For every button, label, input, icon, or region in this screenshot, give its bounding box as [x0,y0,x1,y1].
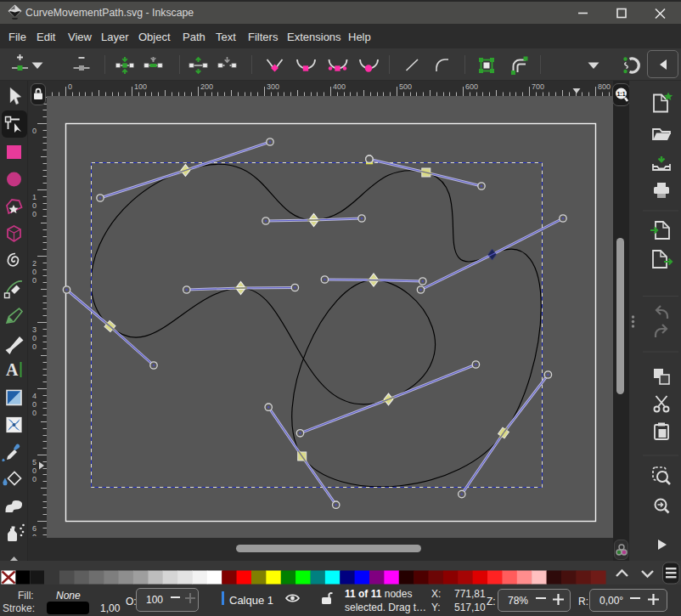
svg-text:3: 3 [32,325,37,334]
svg-text:800: 800 [598,82,611,91]
svg-text:0: 0 [32,268,37,276]
svg-text:1: 1 [32,193,37,201]
svg-text:500: 500 [399,82,412,91]
svg-text:700: 700 [532,82,544,91]
svg-text:0: 0 [68,82,72,91]
svg-text:0: 0 [32,400,37,409]
svg-text:0: 0 [32,334,37,342]
svg-text:100: 100 [134,82,147,91]
svg-text:600: 600 [465,82,478,91]
svg-text:400: 400 [333,82,346,91]
svg-text:0: 0 [32,210,37,218]
svg-text:6: 6 [32,524,37,533]
svg-text:1:1: 1:1 [616,91,625,97]
svg-text:0: 0 [32,342,37,351]
svg-text:0: 0 [32,409,37,417]
svg-text:0: 0 [32,475,37,483]
svg-text:A: A [6,360,19,379]
svg-text:0: 0 [32,276,37,285]
svg-text:300: 300 [267,82,279,91]
svg-text:5: 5 [32,458,37,466]
svg-text:0: 0 [32,533,37,536]
svg-text:0: 0 [32,466,37,475]
svg-text:2: 2 [32,259,37,268]
svg-text:200: 200 [200,82,213,91]
svg-text:0: 0 [32,127,37,135]
svg-text:4: 4 [32,392,37,400]
svg-text:0: 0 [32,201,37,210]
